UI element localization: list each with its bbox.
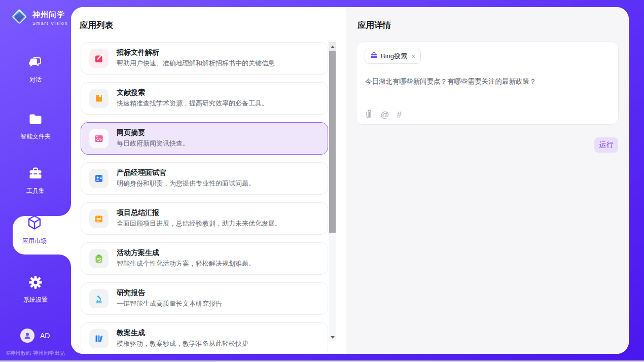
arrow-up-icon	[331, 46, 335, 48]
app-item-project-summary[interactable]: 项目总结汇报 全面回顾项目进展，总结经验教训，助力未来优化发展。	[81, 202, 328, 235]
books-icon	[89, 329, 109, 348]
arrow-down-icon	[331, 336, 335, 339]
query-card: Bing搜索 × 今日湖北有哪些新闻要点？有哪些需要关注的最新政策？ @ #	[356, 42, 619, 125]
folder-icon	[28, 112, 43, 129]
app-item-pm-interviewer[interactable]: 产品经理面试官 明确身份和职责，为您提供专业性的面试问题。	[81, 162, 328, 195]
sidebar-item-label: 工具集	[26, 187, 45, 195]
calendar-icon	[89, 209, 109, 228]
query-input[interactable]: 今日湖北有哪些新闻要点？有哪些需要关注的最新政策？	[365, 77, 609, 87]
app-item-title: 项目总结汇报	[117, 209, 281, 216]
clipboard-check-icon	[89, 249, 109, 268]
app-item-bid-doc-analysis[interactable]: 招标文件解析 帮助用户快速、准确地理解和解析招标书中的关键信息	[81, 42, 328, 75]
sidebar-item-chat[interactable]: 对话	[0, 55, 71, 84]
sidebar-item-label: 对话	[29, 76, 42, 84]
sidebar-item-label: 智能文件夹	[20, 132, 51, 141]
tool-chip-label: Bing搜索	[381, 52, 407, 61]
app-item-title: 研究报告	[117, 289, 222, 296]
brand-subtitle: Smart Vision	[32, 21, 68, 26]
app-item-desc: 明确身份和职责，为您提供专业性的面试问题。	[117, 179, 255, 188]
tool-chip-bing-search[interactable]: Bing搜索 ×	[365, 49, 421, 64]
webpage-code-icon	[89, 129, 109, 148]
brand-name: 神州问学	[32, 10, 68, 20]
app-list: 招标文件解析 帮助用户快速、准确地理解和解析招标书中的关键信息 文献搜索 快速精…	[81, 42, 328, 354]
sidebar-item-smart-folder[interactable]: 智能文件夹	[0, 112, 71, 141]
chat-icon	[28, 55, 43, 72]
book-icon	[89, 89, 109, 108]
run-button[interactable]: 运行	[594, 137, 618, 153]
cube-icon	[26, 214, 43, 233]
scrollbar-up-button[interactable]	[329, 42, 336, 51]
app-detail-title: 应用详情	[357, 20, 391, 31]
app-item-title: 活动方案生成	[117, 249, 255, 256]
hashtag-icon[interactable]: #	[397, 111, 401, 119]
app-item-webpage-summary[interactable]: 网页摘要 每日政府新闻资讯快查。	[81, 122, 328, 155]
microscope-icon	[89, 289, 109, 308]
app-item-event-plan[interactable]: 活动方案生成 智能生成个性化活动方案，轻松解决规划难题。	[81, 242, 328, 275]
app-detail-panel: 应用详情 Bing搜索 × 今日湖北有哪些新闻要点？有哪些需要关注的最新政策？	[346, 7, 629, 354]
paperclip-icon[interactable]	[365, 109, 373, 121]
app-item-title: 招标文件解析	[117, 49, 275, 56]
edit-icon	[89, 49, 109, 68]
briefcase-icon	[370, 52, 378, 61]
app-item-desc: 每日政府新闻资讯快查。	[117, 139, 189, 148]
app-item-literature-search[interactable]: 文献搜索 快速精准查找学术资源，提高研究效率的必备工具。	[81, 82, 328, 115]
user-initials: AD	[40, 332, 50, 340]
app-item-research-report[interactable]: 研究报告 一键智能生成高质量长文本研究报告	[81, 282, 328, 315]
app-item-title: 文献搜索	[117, 89, 268, 96]
avatar	[20, 329, 34, 343]
sidebar-footer: ©神州数码·神州问学出品	[0, 350, 71, 357]
app-item-desc: 模板驱动，教案秒成，教学准备从此轻松快捷	[117, 340, 248, 348]
sidebar-item-toolkit[interactable]: 工具集	[0, 166, 71, 195]
app-item-desc: 一键智能生成高质量长文本研究报告	[117, 300, 222, 308]
interviewer-icon	[89, 169, 109, 188]
app-item-title: 产品经理面试官	[117, 169, 255, 176]
app-list-title: 应用列表	[80, 20, 113, 31]
app-item-desc: 智能生成个性化活动方案，轻松解决规划难题。	[117, 260, 255, 268]
brand-diamond-icon	[10, 6, 28, 29]
app-item-desc: 快速精准查找学术资源，提高研究效率的必备工具。	[117, 99, 268, 107]
app-item-title: 教案生成	[117, 329, 248, 336]
app-item-desc: 全面回顾项目进展，总结经验教训，助力未来优化发展。	[117, 220, 281, 228]
main-content: 应用列表 招标文件解析 帮助用户快速、准确地理解和解析招标书中的关键信息	[71, 7, 629, 354]
brand-logo: 神州问学 Smart Vision	[10, 6, 68, 29]
app-item-desc: 帮助用户快速、准确地理解和解析招标书中的关键信息	[117, 59, 275, 67]
sidebar-item-label: 系统设置	[23, 296, 48, 304]
close-icon[interactable]: ×	[411, 53, 415, 60]
scrollbar-thumb[interactable]	[329, 51, 336, 233]
scrollbar-down-button[interactable]	[329, 333, 336, 342]
app-list-panel: 应用列表 招标文件解析 帮助用户快速、准确地理解和解析招标书中的关键信息	[71, 7, 346, 354]
composer-toolbar: @ #	[365, 109, 402, 121]
user-account[interactable]: AD	[20, 329, 50, 343]
sidebar-item-app-market[interactable]: 应用市场	[5, 214, 64, 245]
mention-at-icon[interactable]: @	[380, 111, 389, 119]
sidebar-item-label: 应用市场	[22, 237, 47, 245]
app-item-title: 网页摘要	[117, 129, 189, 136]
gear-icon	[28, 275, 43, 292]
app-item-lesson-plan[interactable]: 教案生成 模板驱动，教案秒成，教学准备从此轻松快捷	[81, 322, 328, 354]
sidebar: 神州问学 Smart Vision 对话 智能文件夹	[0, 0, 71, 362]
app-list-scrollbar[interactable]	[329, 42, 336, 342]
sidebar-item-settings[interactable]: 系统设置	[0, 275, 71, 304]
toolbox-icon	[28, 166, 43, 183]
